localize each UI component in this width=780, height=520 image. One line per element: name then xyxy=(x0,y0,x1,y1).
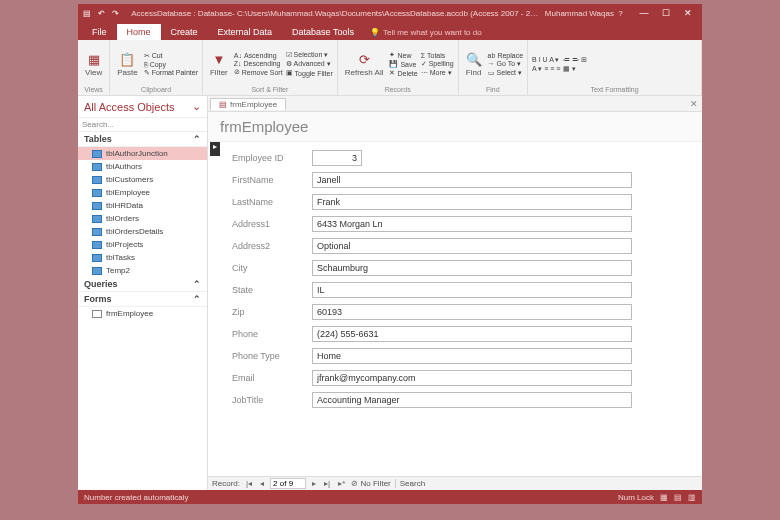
totals-button[interactable]: Σ Totals xyxy=(421,52,454,59)
table-icon xyxy=(92,202,102,210)
nav-item-tblordersdetails[interactable]: tblOrdersDetails xyxy=(78,225,207,238)
filter-button[interactable]: ▼Filter xyxy=(207,51,231,78)
tab-database-tools[interactable]: Database Tools xyxy=(282,24,364,40)
form-title: frmEmployee xyxy=(208,112,702,142)
field-input-zip[interactable] xyxy=(312,304,632,320)
selection-button[interactable]: ☑ Selection ▾ xyxy=(286,51,333,59)
tell-me[interactable]: 💡Tell me what you want to do xyxy=(364,25,488,40)
doctab-frmemployee[interactable]: ▤frmEmployee xyxy=(210,98,286,110)
tab-home[interactable]: Home xyxy=(117,24,161,40)
paste-button[interactable]: 📋Paste xyxy=(114,51,140,78)
refresh-icon: ⟳ xyxy=(359,52,370,67)
field-input-state[interactable] xyxy=(312,282,632,298)
nav-item-tblauthorjunction[interactable]: tblAuthorJunction xyxy=(78,147,207,160)
advanced-button[interactable]: ⚙ Advanced ▾ xyxy=(286,60,333,68)
ascending-button[interactable]: A↓ Ascending xyxy=(234,52,283,59)
field-input-employee id[interactable] xyxy=(312,150,362,166)
tab-file[interactable]: File xyxy=(82,24,117,40)
window-controls: — ☐ ✕ xyxy=(634,8,698,18)
remove-sort-button[interactable]: ⊘ Remove Sort xyxy=(234,68,283,76)
window-title: AccessDatabase : Database- C:\Users\Muha… xyxy=(120,9,634,18)
save-icon[interactable]: ▤ xyxy=(82,8,92,18)
nav-search[interactable]: Search... xyxy=(78,118,207,132)
field-row: FirstName xyxy=(232,172,688,188)
delete-button[interactable]: ✕ Delete xyxy=(389,69,417,77)
nav-header[interactable]: All Access Objects⌄ xyxy=(78,96,207,118)
quick-access: ▤ ↶ ↷ xyxy=(82,8,120,18)
field-input-firstname[interactable] xyxy=(312,172,632,188)
undo-icon[interactable]: ↶ xyxy=(96,8,106,18)
field-input-phone[interactable] xyxy=(312,326,632,342)
spelling-button[interactable]: ✓ Spelling xyxy=(421,60,454,68)
nav-item-tblauthors[interactable]: tblAuthors xyxy=(78,160,207,173)
group-clipboard: 📋Paste ✂ Cut ⎘ Copy ✎ Format Painter Cli… xyxy=(110,40,203,95)
next-record-button[interactable]: ▸ xyxy=(310,479,318,488)
field-row: Zip xyxy=(232,304,688,320)
view-button[interactable]: ▦View xyxy=(82,51,105,78)
field-input-address2[interactable] xyxy=(312,238,632,254)
nav-item-tblhrdata[interactable]: tblHRData xyxy=(78,199,207,212)
format-painter-button[interactable]: ✎ Format Painter xyxy=(144,69,198,77)
record-position[interactable] xyxy=(270,478,306,489)
search-box[interactable]: Search xyxy=(395,479,425,488)
new-button[interactable]: ✦ New xyxy=(389,51,417,59)
no-filter[interactable]: ⊘ No Filter xyxy=(351,479,390,488)
maximize-icon[interactable]: ☐ xyxy=(656,8,676,18)
refresh-button[interactable]: ⟳Refresh All xyxy=(342,51,387,78)
field-label: JobTitle xyxy=(232,395,312,405)
field-label: State xyxy=(232,285,312,295)
nav-cat-forms[interactable]: Forms⌃ xyxy=(78,292,207,307)
toggle-filter-button[interactable]: ▣ Toggle Filter xyxy=(286,69,333,77)
field-input-lastname[interactable] xyxy=(312,194,632,210)
field-label: Zip xyxy=(232,307,312,317)
view-layout-icon[interactable]: ▥ xyxy=(688,493,696,502)
nav-item-tbltasks[interactable]: tblTasks xyxy=(78,251,207,264)
document-tabs: ▤frmEmployee ✕ xyxy=(208,96,702,112)
ribbon: ▦View Views 📋Paste ✂ Cut ⎘ Copy ✎ Format… xyxy=(78,40,702,96)
more-button[interactable]: ⋯ More ▾ xyxy=(421,69,454,77)
table-icon xyxy=(92,215,102,223)
save-button[interactable]: 💾 Save xyxy=(389,60,417,68)
view-datasheet-icon[interactable]: ▤ xyxy=(674,493,682,502)
cut-button[interactable]: ✂ Cut xyxy=(144,52,198,60)
table-icon xyxy=(92,267,102,275)
nav-cat-tables[interactable]: Tables⌃ xyxy=(78,132,207,147)
status-numlock: Num Lock xyxy=(618,493,654,502)
close-doc-icon[interactable]: ✕ xyxy=(690,99,698,109)
tab-external-data[interactable]: External Data xyxy=(208,24,283,40)
tab-create[interactable]: Create xyxy=(161,24,208,40)
redo-icon[interactable]: ↷ xyxy=(110,8,120,18)
nav-item-temp2[interactable]: Temp2 xyxy=(78,264,207,277)
minimize-icon[interactable]: — xyxy=(634,8,654,18)
field-input-jobtitle[interactable] xyxy=(312,392,632,408)
find-button[interactable]: 🔍Find xyxy=(463,51,485,78)
group-label: Sort & Filter xyxy=(207,86,333,93)
field-input-email[interactable] xyxy=(312,370,632,386)
record-selector[interactable]: ▸ xyxy=(210,142,220,156)
prev-record-button[interactable]: ◂ xyxy=(258,479,266,488)
table-icon xyxy=(92,254,102,262)
group-find: 🔍Find ab Replace → Go To ▾ ▭ Select ▾ Fi… xyxy=(459,40,528,95)
nav-pane: All Access Objects⌄ Search... Tables⌃tbl… xyxy=(78,96,208,490)
nav-item-tblorders[interactable]: tblOrders xyxy=(78,212,207,225)
nav-item-tblcustomers[interactable]: tblCustomers xyxy=(78,173,207,186)
nav-item-tblemployee[interactable]: tblEmployee xyxy=(78,186,207,199)
field-input-address1[interactable] xyxy=(312,216,632,232)
field-input-city[interactable] xyxy=(312,260,632,276)
new-record-button[interactable]: ▸* xyxy=(336,479,347,488)
field-row: Phone xyxy=(232,326,688,342)
nav-item-tblprojects[interactable]: tblProjects xyxy=(78,238,207,251)
group-label: Text Formatting xyxy=(532,86,697,93)
view-form-icon[interactable]: ▦ xyxy=(660,493,668,502)
select-button[interactable]: ▭ Select ▾ xyxy=(488,69,523,77)
goto-button[interactable]: → Go To ▾ xyxy=(488,60,523,68)
field-input-phone type[interactable] xyxy=(312,348,632,364)
first-record-button[interactable]: |◂ xyxy=(244,479,254,488)
close-icon[interactable]: ✕ xyxy=(678,8,698,18)
nav-cat-queries[interactable]: Queries⌃ xyxy=(78,277,207,292)
last-record-button[interactable]: ▸| xyxy=(322,479,332,488)
copy-button[interactable]: ⎘ Copy xyxy=(144,61,198,68)
descending-button[interactable]: Z↓ Descending xyxy=(234,60,283,67)
nav-item-frmemployee[interactable]: frmEmployee xyxy=(78,307,207,320)
replace-button[interactable]: ab Replace xyxy=(488,52,523,59)
